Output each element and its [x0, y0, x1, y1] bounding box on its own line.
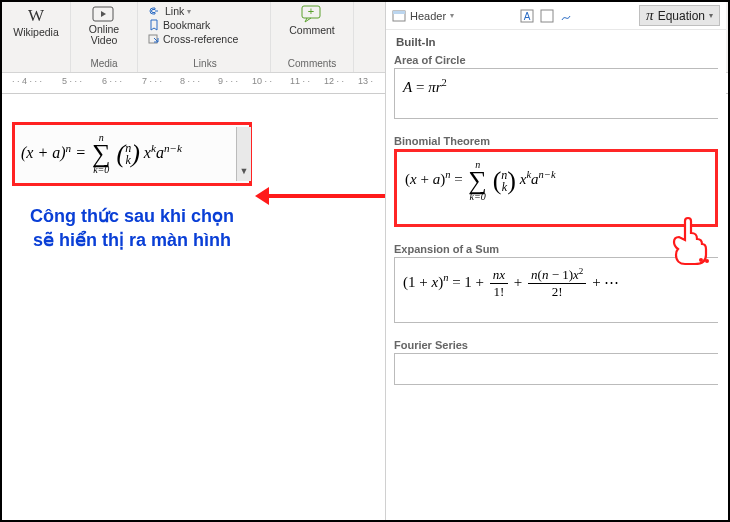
pointer-hand-icon	[668, 214, 712, 270]
document-body: (x + a)n = n∑k=0 (nk) xkan−k ▼ Công thức…	[12, 122, 252, 253]
header-label: Header	[410, 10, 446, 22]
comment-button[interactable]: + Comment	[285, 4, 339, 36]
builtin-heading: Built-In	[386, 30, 726, 48]
comment-icon: +	[299, 4, 325, 24]
equation-dropdown[interactable]: πEquation ▾	[639, 5, 720, 26]
link-icon	[148, 5, 162, 17]
equation-item-title: Fourier Series	[394, 337, 718, 353]
textbox-icon[interactable]: A	[520, 9, 534, 23]
media-group-label: Media	[90, 58, 117, 70]
dropcap-icon[interactable]	[540, 9, 554, 23]
svg-rect-7	[393, 11, 405, 14]
wikipedia-button[interactable]: W Wikipedia	[9, 4, 63, 38]
equation-item[interactable]: Binomial Theorem(x + a)n = n∑k=0 (nk) xk…	[394, 133, 718, 227]
svg-rect-10	[541, 10, 553, 22]
bookmark-icon	[148, 19, 160, 31]
online-video-label: OnlineVideo	[89, 24, 119, 46]
header-icon	[392, 9, 406, 23]
online-video-button[interactable]: OnlineVideo	[85, 4, 123, 46]
equation-item[interactable]: Area of CircleA = πr2	[394, 52, 718, 119]
bookmark-button[interactable]: Bookmark	[146, 18, 212, 32]
inserted-equation-box[interactable]: (x + a)n = n∑k=0 (nk) xkan−k ▼	[12, 122, 252, 186]
pi-icon: π	[646, 7, 654, 24]
caption-line1: Công thức sau khi chọn	[12, 204, 252, 228]
online-video-icon	[91, 4, 117, 24]
annotation-arrow	[258, 194, 394, 198]
signature-icon[interactable]	[560, 9, 574, 23]
svg-text:A: A	[523, 11, 530, 22]
comment-label: Comment	[289, 24, 335, 36]
wikipedia-icon: W	[22, 4, 50, 26]
crossref-icon	[148, 33, 160, 45]
svg-text:+: +	[308, 5, 314, 17]
svg-point-11	[699, 258, 703, 262]
annotation-caption: Công thức sau khi chọn sẽ hiển thị ra mà…	[12, 204, 252, 253]
link-label: Link	[165, 5, 184, 17]
equation-label: Equation	[658, 9, 705, 23]
link-button[interactable]: Link ▾	[146, 4, 193, 18]
crossref-button[interactable]: Cross-reference	[146, 32, 240, 46]
svg-point-12	[705, 259, 709, 263]
equation-item[interactable]: Fourier Series	[394, 337, 718, 385]
header-dropdown[interactable]: Header ▾	[392, 9, 454, 23]
equation-item-formula	[394, 353, 718, 385]
equation-options-handle[interactable]: ▼	[236, 127, 251, 181]
equation-item-formula: A = πr2	[394, 68, 718, 119]
svg-marker-2	[101, 11, 106, 17]
equation-item-title: Area of Circle	[394, 52, 718, 68]
crossref-label: Cross-reference	[163, 33, 238, 45]
links-group-label: Links	[193, 58, 216, 70]
inserted-equation: (x + a)n = n∑k=0 (nk) xkan−k	[21, 144, 182, 161]
bookmark-label: Bookmark	[163, 19, 210, 31]
svg-text:W: W	[28, 6, 45, 25]
comments-group-label: Comments	[288, 58, 336, 70]
wikipedia-label: Wikipedia	[13, 26, 59, 38]
caption-line2: sẽ hiển thị ra màn hình	[12, 228, 252, 252]
equation-item-title: Binomial Theorem	[394, 133, 718, 149]
